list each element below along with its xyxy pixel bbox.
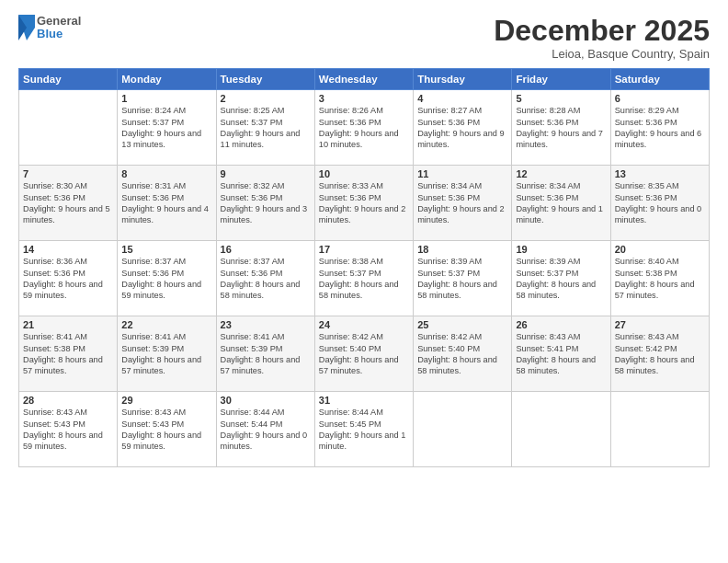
day-number: 12 (516, 168, 606, 179)
day-number: 13 (615, 168, 705, 179)
day-cell (19, 90, 118, 166)
day-number: 30 (221, 395, 311, 406)
day-number: 28 (23, 395, 113, 406)
day-detail: Sunrise: 8:30 AM Sunset: 5:36 PM Dayligh… (23, 180, 113, 226)
day-number: 2 (221, 93, 311, 104)
day-detail: Sunrise: 8:28 AM Sunset: 5:36 PM Dayligh… (516, 105, 606, 151)
day-detail: Sunrise: 8:29 AM Sunset: 5:36 PM Dayligh… (615, 105, 705, 151)
day-detail: Sunrise: 8:34 AM Sunset: 5:36 PM Dayligh… (516, 180, 606, 226)
day-detail: Sunrise: 8:43 AM Sunset: 5:43 PM Dayligh… (23, 407, 113, 453)
day-cell: 7Sunrise: 8:30 AM Sunset: 5:36 PM Daylig… (19, 166, 118, 241)
day-header-thursday: Thursday (414, 69, 512, 90)
day-number: 14 (23, 244, 113, 255)
day-number: 3 (319, 93, 409, 104)
day-detail: Sunrise: 8:34 AM Sunset: 5:36 PM Dayligh… (417, 180, 507, 226)
day-detail: Sunrise: 8:43 AM Sunset: 5:43 PM Dayligh… (121, 407, 211, 453)
day-cell: 12Sunrise: 8:34 AM Sunset: 5:36 PM Dayli… (512, 166, 610, 241)
week-row-2: 14Sunrise: 8:36 AM Sunset: 5:36 PM Dayli… (19, 241, 710, 316)
week-row-1: 7Sunrise: 8:30 AM Sunset: 5:36 PM Daylig… (19, 166, 710, 241)
day-cell: 5Sunrise: 8:28 AM Sunset: 5:36 PM Daylig… (512, 90, 610, 166)
days-header-row: SundayMondayTuesdayWednesdayThursdayFrid… (19, 69, 710, 90)
day-detail: Sunrise: 8:35 AM Sunset: 5:36 PM Dayligh… (615, 180, 705, 226)
day-number: 29 (121, 395, 211, 406)
day-detail: Sunrise: 8:33 AM Sunset: 5:36 PM Dayligh… (319, 180, 409, 226)
page: General Blue December 2025 Leioa, Basque… (0, 0, 728, 563)
day-header-friday: Friday (512, 69, 610, 90)
day-number: 7 (23, 168, 113, 179)
day-detail: Sunrise: 8:36 AM Sunset: 5:36 PM Dayligh… (23, 256, 113, 302)
day-cell: 15Sunrise: 8:37 AM Sunset: 5:36 PM Dayli… (118, 241, 216, 316)
day-detail: Sunrise: 8:38 AM Sunset: 5:37 PM Dayligh… (319, 256, 409, 302)
day-detail: Sunrise: 8:27 AM Sunset: 5:36 PM Dayligh… (417, 105, 507, 151)
logo: General Blue (18, 15, 81, 41)
day-detail: Sunrise: 8:44 AM Sunset: 5:45 PM Dayligh… (319, 407, 409, 453)
day-number: 16 (221, 244, 311, 255)
week-row-3: 21Sunrise: 8:41 AM Sunset: 5:38 PM Dayli… (19, 316, 710, 392)
day-cell: 2Sunrise: 8:25 AM Sunset: 5:37 PM Daylig… (216, 90, 314, 166)
day-cell: 31Sunrise: 8:44 AM Sunset: 5:45 PM Dayli… (314, 392, 413, 467)
day-detail: Sunrise: 8:37 AM Sunset: 5:36 PM Dayligh… (121, 256, 211, 302)
day-cell: 29Sunrise: 8:43 AM Sunset: 5:43 PM Dayli… (118, 392, 216, 467)
day-cell: 22Sunrise: 8:41 AM Sunset: 5:39 PM Dayli… (118, 316, 216, 392)
day-detail: Sunrise: 8:25 AM Sunset: 5:37 PM Dayligh… (221, 105, 311, 151)
day-detail: Sunrise: 8:39 AM Sunset: 5:37 PM Dayligh… (516, 256, 606, 302)
day-detail: Sunrise: 8:37 AM Sunset: 5:36 PM Dayligh… (221, 256, 311, 302)
day-number: 11 (417, 168, 507, 179)
day-detail: Sunrise: 8:43 AM Sunset: 5:42 PM Dayligh… (615, 331, 705, 377)
day-cell: 4Sunrise: 8:27 AM Sunset: 5:36 PM Daylig… (414, 90, 512, 166)
day-cell: 11Sunrise: 8:34 AM Sunset: 5:36 PM Dayli… (414, 166, 512, 241)
day-detail: Sunrise: 8:40 AM Sunset: 5:38 PM Dayligh… (615, 256, 705, 302)
day-number: 1 (121, 93, 211, 104)
day-cell: 20Sunrise: 8:40 AM Sunset: 5:38 PM Dayli… (610, 241, 709, 316)
day-cell: 23Sunrise: 8:41 AM Sunset: 5:39 PM Dayli… (216, 316, 314, 392)
day-cell: 24Sunrise: 8:42 AM Sunset: 5:40 PM Dayli… (314, 316, 413, 392)
day-cell: 25Sunrise: 8:42 AM Sunset: 5:40 PM Dayli… (414, 316, 512, 392)
day-cell: 26Sunrise: 8:43 AM Sunset: 5:41 PM Dayli… (512, 316, 610, 392)
day-number: 20 (615, 244, 705, 255)
logo-text: General Blue (37, 15, 81, 41)
day-detail: Sunrise: 8:39 AM Sunset: 5:37 PM Dayligh… (417, 256, 507, 302)
day-number: 6 (615, 93, 705, 104)
day-cell: 1Sunrise: 8:24 AM Sunset: 5:37 PM Daylig… (118, 90, 216, 166)
month-title: December 2025 (494, 15, 710, 47)
day-cell: 13Sunrise: 8:35 AM Sunset: 5:36 PM Dayli… (610, 166, 709, 241)
day-detail: Sunrise: 8:24 AM Sunset: 5:37 PM Dayligh… (121, 105, 211, 151)
logo-blue: Blue (37, 28, 81, 40)
day-number: 22 (121, 319, 211, 330)
day-header-saturday: Saturday (610, 69, 709, 90)
day-header-monday: Monday (118, 69, 216, 90)
day-detail: Sunrise: 8:41 AM Sunset: 5:38 PM Dayligh… (23, 331, 113, 377)
day-cell: 21Sunrise: 8:41 AM Sunset: 5:38 PM Dayli… (19, 316, 118, 392)
day-header-tuesday: Tuesday (216, 69, 314, 90)
day-cell: 6Sunrise: 8:29 AM Sunset: 5:36 PM Daylig… (610, 90, 709, 166)
logo-icon (18, 15, 35, 40)
day-number: 19 (516, 244, 606, 255)
day-detail: Sunrise: 8:44 AM Sunset: 5:44 PM Dayligh… (221, 407, 311, 453)
day-cell: 18Sunrise: 8:39 AM Sunset: 5:37 PM Dayli… (414, 241, 512, 316)
day-header-wednesday: Wednesday (314, 69, 413, 90)
day-detail: Sunrise: 8:42 AM Sunset: 5:40 PM Dayligh… (417, 331, 507, 377)
header: General Blue December 2025 Leioa, Basque… (18, 15, 710, 61)
day-number: 21 (23, 319, 113, 330)
day-number: 27 (615, 319, 705, 330)
day-cell: 17Sunrise: 8:38 AM Sunset: 5:37 PM Dayli… (314, 241, 413, 316)
day-detail: Sunrise: 8:31 AM Sunset: 5:36 PM Dayligh… (121, 180, 211, 226)
day-cell (414, 392, 512, 467)
day-header-sunday: Sunday (19, 69, 118, 90)
day-detail: Sunrise: 8:41 AM Sunset: 5:39 PM Dayligh… (221, 331, 311, 377)
day-number: 15 (121, 244, 211, 255)
day-cell: 30Sunrise: 8:44 AM Sunset: 5:44 PM Dayli… (216, 392, 314, 467)
day-detail: Sunrise: 8:26 AM Sunset: 5:36 PM Dayligh… (319, 105, 409, 151)
logo-general: General (37, 15, 81, 28)
week-row-4: 28Sunrise: 8:43 AM Sunset: 5:43 PM Dayli… (19, 392, 710, 467)
day-cell: 16Sunrise: 8:37 AM Sunset: 5:36 PM Dayli… (216, 241, 314, 316)
day-number: 17 (319, 244, 409, 255)
day-number: 8 (121, 168, 211, 179)
day-number: 25 (417, 319, 507, 330)
day-cell: 19Sunrise: 8:39 AM Sunset: 5:37 PM Dayli… (512, 241, 610, 316)
day-detail: Sunrise: 8:42 AM Sunset: 5:40 PM Dayligh… (319, 331, 409, 377)
day-number: 10 (319, 168, 409, 179)
day-number: 31 (319, 395, 409, 406)
day-number: 24 (319, 319, 409, 330)
week-row-0: 1Sunrise: 8:24 AM Sunset: 5:37 PM Daylig… (19, 90, 710, 166)
